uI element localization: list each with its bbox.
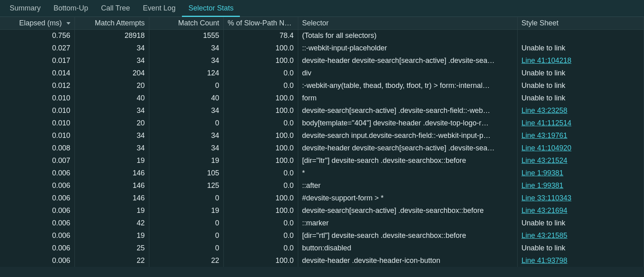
cell-count: 0 — [149, 217, 223, 229]
cell-selector: form — [298, 92, 517, 104]
cell-count-value: 105 — [207, 169, 219, 177]
cell-sheet: Line 1:99381 — [517, 167, 644, 179]
cell-attempts: 34 — [74, 54, 149, 67]
cell-count: 34 — [149, 42, 223, 54]
table-row[interactable]: 0.0061900.0[dir="rtl"] devsite-search .d… — [0, 229, 644, 242]
stylesheet-link[interactable]: Line 43:21524 — [522, 156, 568, 165]
table-row[interactable]: 0.0062500.0button:disabledUnable to link — [0, 242, 644, 254]
col-header-sheet[interactable]: Style Sheet — [517, 17, 644, 29]
stylesheet-link[interactable]: Line 43:21585 — [522, 231, 568, 240]
cell-elapsed-value: 0.006 — [52, 194, 70, 202]
cell-slow-value: 0.0 — [283, 119, 293, 127]
cell-elapsed: 0.006 — [0, 217, 74, 229]
cell-attempts: 20 — [74, 79, 149, 92]
table-row[interactable]: 0.0061460100.0#devsite-support-form > *L… — [0, 192, 644, 204]
cell-slow-value: 0.0 — [283, 219, 293, 227]
stylesheet-link[interactable]: Line 41:93798 — [522, 256, 568, 265]
table-row[interactable]: 0.0103434100.0devsite-search[search-acti… — [0, 104, 644, 117]
cell-selector: body[template="404"] devsite-header .dev… — [298, 117, 517, 129]
cell-attempts-value: 146 — [132, 169, 144, 177]
cell-sheet: Unable to link — [517, 67, 644, 79]
stylesheet-link[interactable]: Line 43:21694 — [522, 206, 568, 215]
col-header-count[interactable]: Match Count — [149, 17, 223, 29]
cell-count-value: 19 — [211, 206, 219, 215]
table-row[interactable]: 0.0173434100.0devsite-header devsite-sea… — [0, 54, 644, 67]
tab-summary[interactable]: Summary — [3, 0, 47, 17]
cell-count-value: 0 — [215, 219, 219, 227]
table-row[interactable]: 0.0064200.0::markerUnable to link — [0, 217, 644, 229]
cell-elapsed-value: 0.017 — [52, 56, 70, 65]
table-row[interactable]: 0.0142041240.0divUnable to link — [0, 67, 644, 79]
cell-attempts-value: 146 — [132, 181, 144, 190]
cell-attempts-value: 34 — [136, 144, 144, 152]
tab-bottom-up[interactable]: Bottom-Up — [47, 0, 95, 17]
table-header-row: Elapsed (ms) Match Attempts Match Count … — [0, 17, 644, 29]
cell-elapsed: 0.014 — [0, 67, 74, 79]
table-row[interactable]: 0.0083434100.0devsite-header devsite-sea… — [0, 142, 644, 154]
stylesheet-link[interactable]: Line 43:23258 — [522, 106, 568, 115]
stylesheet-link[interactable]: Line 1:99381 — [522, 181, 564, 190]
cell-elapsed: 0.756 — [0, 29, 74, 42]
cell-selector: devsite-header .devsite-header-icon-butt… — [298, 254, 517, 267]
table-row[interactable]: 0.0273434100.0::-webkit-input-placeholde… — [0, 42, 644, 54]
col-header-selector-label: Selector — [302, 19, 329, 27]
table-row[interactable]: 0.0102000.0body[template="404"] devsite-… — [0, 117, 644, 129]
cell-elapsed: 0.017 — [0, 54, 74, 67]
cell-elapsed: 0.006 — [0, 179, 74, 192]
table-row[interactable]: 0.0104040100.0formUnable to link — [0, 92, 644, 104]
cell-count-value: 34 — [211, 56, 219, 65]
stylesheet-link[interactable]: Line 41:104218 — [522, 56, 572, 65]
cell-slow-value: 100.0 — [275, 256, 293, 265]
cell-sheet: Line 43:23258 — [517, 104, 644, 117]
stylesheet-link[interactable]: Line 33:110343 — [522, 194, 572, 202]
cell-slow: 100.0 — [223, 142, 298, 154]
table-row[interactable]: 0.0071919100.0[dir="ltr"] devsite-search… — [0, 154, 644, 167]
cell-count: 105 — [149, 167, 223, 179]
col-header-elapsed[interactable]: Elapsed (ms) — [0, 17, 74, 29]
cell-slow-value: 0.0 — [283, 81, 293, 90]
cell-attempts: 146 — [74, 167, 149, 179]
table-row[interactable]: 0.0061461050.0*Line 1:99381 — [0, 167, 644, 179]
cell-slow: 0.0 — [223, 67, 298, 79]
cell-count: 0 — [149, 79, 223, 92]
stylesheet-link[interactable]: Line 1:99381 — [522, 169, 564, 177]
cell-count-value: 0 — [215, 119, 219, 127]
cell-slow: 0.0 — [223, 117, 298, 129]
stylesheet-link[interactable]: Line 41:112514 — [522, 119, 572, 127]
cell-selector-value: body[template="404"] devsite-header .dev… — [302, 119, 489, 127]
cell-elapsed-value: 0.006 — [52, 256, 70, 265]
cell-selector: ::after — [298, 179, 517, 192]
cell-slow: 100.0 — [223, 154, 298, 167]
cell-count: 34 — [149, 142, 223, 154]
table-row[interactable]: 0.0061919100.0devsite-search[search-acti… — [0, 204, 644, 217]
cell-sheet: Line 43:21585 — [517, 229, 644, 242]
table-row[interactable]: 0.75628918155578.4(Totals for all select… — [0, 29, 644, 42]
col-header-slow[interactable]: % of Slow-Path N… — [223, 17, 298, 29]
cell-selector-value: devsite-header .devsite-header-icon-butt… — [302, 256, 440, 265]
table-row[interactable]: 0.0062222100.0devsite-header .devsite-he… — [0, 254, 644, 267]
table-row[interactable]: 0.0103434100.0devsite-search input.devsi… — [0, 129, 644, 142]
cell-count: 0 — [149, 229, 223, 242]
cell-attempts-value: 40 — [136, 94, 144, 102]
tab-selector-stats[interactable]: Selector Stats — [182, 0, 240, 17]
col-header-sheet-label: Style Sheet — [522, 19, 559, 27]
cell-slow-value: 100.0 — [275, 106, 293, 115]
table-row[interactable]: 0.0122000.0:-webkit-any(table, thead, tb… — [0, 79, 644, 92]
tab-event-log[interactable]: Event Log — [136, 0, 182, 17]
stylesheet-link[interactable]: Line 41:104920 — [522, 144, 572, 152]
cell-sheet-value: Unable to link — [522, 44, 566, 52]
tab-call-tree[interactable]: Call Tree — [95, 0, 136, 17]
cell-elapsed-value: 0.006 — [52, 169, 70, 177]
cell-attempts: 204 — [74, 67, 149, 79]
table-row[interactable]: 0.0061461250.0::afterLine 1:99381 — [0, 179, 644, 192]
stylesheet-link[interactable]: Line 43:19761 — [522, 131, 568, 140]
cell-attempts-value: 19 — [136, 206, 144, 215]
cell-sheet: Line 41:104218 — [517, 54, 644, 67]
cell-selector-value: devsite-search[search-active] .devsite-s… — [302, 106, 490, 115]
cell-slow: 0.0 — [223, 79, 298, 92]
col-header-attempts[interactable]: Match Attempts — [74, 17, 149, 29]
cell-sheet-value: Unable to link — [522, 219, 566, 227]
col-header-selector[interactable]: Selector — [298, 17, 517, 29]
cell-sheet: Line 43:19761 — [517, 129, 644, 142]
cell-elapsed-value: 0.010 — [52, 119, 70, 127]
